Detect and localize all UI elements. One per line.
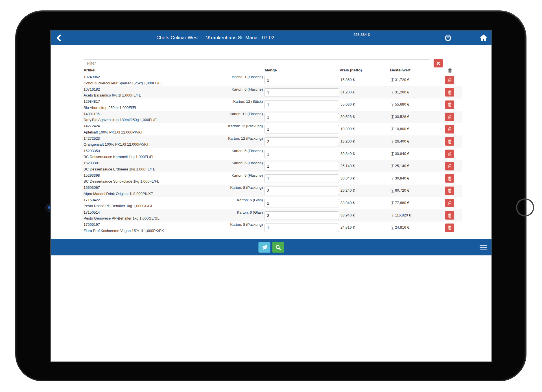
trash-icon	[448, 188, 452, 193]
article-description: BC Dessertsauce Karamell 1kg 1,000FL/FL	[84, 155, 154, 159]
trash-icon	[448, 90, 452, 95]
unit-label: Karton: 6 (Glas)	[237, 210, 263, 214]
article-number: 15603067	[84, 185, 100, 190]
filter-input[interactable]	[84, 59, 430, 67]
order-value: ∑ 31,200 €	[391, 90, 409, 94]
table-row: 14031106 Drey.Bio Agavensirup 180ml/250g…	[82, 111, 462, 123]
quantity-input[interactable]	[264, 76, 339, 84]
trash-icon	[448, 225, 452, 230]
search-icon	[275, 244, 281, 251]
delete-row-button[interactable]	[445, 174, 454, 183]
hamburger-menu-icon	[480, 245, 487, 246]
quantity-input[interactable]	[264, 100, 339, 109]
unit-price: 38,940 €	[340, 213, 355, 217]
article-number: 15293381	[84, 161, 100, 165]
article-description: Bio Ahornsirup 250ml 1,000Fl/FL	[84, 106, 137, 110]
menu-button[interactable]	[480, 245, 487, 250]
table-row: 14272424 Apfelsaft 100% PK1,0l 12,000PK/…	[82, 123, 462, 135]
home-button[interactable]	[480, 34, 488, 42]
table-row: 15293350 BC Dessertsauce Karamell 1kg 1,…	[82, 148, 462, 160]
delete-row-button[interactable]	[445, 150, 454, 158]
quantity-input[interactable]	[264, 187, 339, 195]
delete-row-button[interactable]	[445, 88, 454, 97]
trash-icon	[448, 152, 452, 156]
unit-price: 55,680 €	[340, 102, 355, 106]
delete-row-button[interactable]	[445, 199, 454, 207]
order-value: ∑ 55,680 €	[391, 102, 409, 106]
delete-row-button[interactable]	[445, 211, 454, 220]
unit-label: Flasche: 1 (Flasche)	[230, 75, 263, 79]
page-title: Chefs Culinar West - - \Krankenhaus St. …	[51, 30, 380, 45]
send-order-button[interactable]	[259, 242, 270, 253]
unit-label: Karton: 8 (Packung)	[230, 222, 263, 227]
unit-label: Karton: 12 (Flasche)	[230, 112, 263, 116]
unit-price: 15,860 €	[340, 78, 355, 82]
unit-price: 20,240 €	[340, 188, 355, 192]
quantity-input[interactable]	[264, 150, 339, 158]
search-button[interactable]	[272, 242, 284, 253]
column-header-price: Preis (netto)	[340, 68, 362, 72]
trash-icon	[448, 164, 452, 168]
unit-label: Karton: 6 (Glas)	[237, 198, 263, 202]
article-description: Orangensaft 100% PK1,0l 12,000PK/KT	[84, 142, 149, 146]
delete-row-button[interactable]	[445, 224, 454, 232]
quantity-input[interactable]	[264, 88, 339, 97]
order-value: ∑ 25,140 €	[391, 164, 409, 168]
quantity-input[interactable]	[264, 199, 339, 207]
unit-label: Karton: 12 (Packung)	[228, 124, 263, 128]
order-value: ∑ 30,528 €	[391, 115, 409, 119]
table-row: 15293381 BC Dessertsauce Erdbeere 1kg 1,…	[82, 160, 462, 172]
app-screen: Chefs Culinar West - - \Krankenhaus St. …	[50, 30, 492, 362]
article-description: BC Dessertsauce Schokolade 1kg 1,000FL/F…	[84, 179, 159, 183]
trash-icon	[448, 115, 452, 119]
unit-label: Karton: 8 (Packung)	[230, 185, 263, 190]
order-total: 553,384 €	[353, 32, 370, 37]
article-description: Pesto Rosso PP-Behälter 1kg 1,000GL/GL	[84, 204, 153, 208]
delete-row-button[interactable]	[445, 113, 454, 121]
trash-icon	[448, 213, 452, 218]
article-description: Alpro Mandel Drink Original 1l 8,000PK/K…	[84, 192, 153, 196]
unit-label: Karton: 12 (Stück)	[233, 99, 263, 104]
quantity-input[interactable]	[264, 224, 339, 232]
quantity-input[interactable]	[264, 137, 339, 146]
clear-filter-button[interactable]	[434, 59, 443, 67]
delete-row-button[interactable]	[445, 76, 454, 84]
unit-label: Karton: 12 (Packung)	[228, 136, 263, 141]
article-description: Pesto Genovese PP-Behälter 1kg 1,000GL/G…	[84, 216, 159, 220]
table-row: 10249062 Condi Zuckercouleur Speisef.1,2…	[82, 74, 462, 86]
article-number: 17150422	[84, 198, 100, 202]
quantity-input[interactable]	[264, 113, 339, 121]
table-row: 17150514 Pesto Genovese PP-Behälter 1kg …	[82, 209, 462, 222]
order-value: ∑ 77,880 €	[391, 201, 409, 205]
bottom-action-bar	[51, 239, 491, 255]
order-value: ∑ 30,840 €	[391, 176, 409, 180]
delete-row-button[interactable]	[445, 125, 454, 133]
device-home-button[interactable]	[516, 198, 534, 216]
table-row: 17555197 Flora Prof.Kochcreme Vegan 15% …	[82, 222, 462, 234]
table-row: 14272523 Orangensaft 100% PK1,0l 12,000P…	[82, 135, 462, 148]
unit-price: 13,200 €	[340, 139, 355, 143]
article-description: Drey.Bio Agavensirup 180ml/250g 1,000FL/…	[84, 118, 159, 122]
delete-row-button[interactable]	[445, 100, 454, 109]
delete-row-button[interactable]	[445, 187, 454, 195]
home-icon	[480, 34, 488, 41]
column-header-article: Artikel	[84, 68, 95, 72]
quantity-input[interactable]	[264, 125, 339, 133]
quantity-input[interactable]	[264, 211, 339, 220]
unit-label: Karton: 6 (Flasche)	[231, 149, 263, 153]
quantity-input[interactable]	[264, 162, 339, 170]
order-value: ∑ 116,820 €	[391, 213, 411, 217]
article-number: 15293350	[84, 149, 100, 153]
delete-row-button[interactable]	[445, 137, 454, 146]
article-description: Aceto Balsamico 6% 1l 1,000FL/FL	[84, 93, 141, 97]
trash-icon	[448, 68, 452, 73]
trash-icon	[448, 176, 452, 181]
quantity-input[interactable]	[264, 174, 339, 183]
power-button[interactable]	[444, 34, 452, 42]
article-description: Flora Prof.Kochcreme Vegan 15% 1l 1,000P…	[84, 229, 164, 233]
table-header-row: Artikel Menge Preis (netto) Bestellwert	[82, 68, 462, 74]
power-icon	[444, 34, 452, 41]
unit-price: 25,140 €	[340, 164, 355, 168]
delete-row-button[interactable]	[445, 162, 454, 170]
column-header-quantity: Menge	[265, 68, 277, 72]
